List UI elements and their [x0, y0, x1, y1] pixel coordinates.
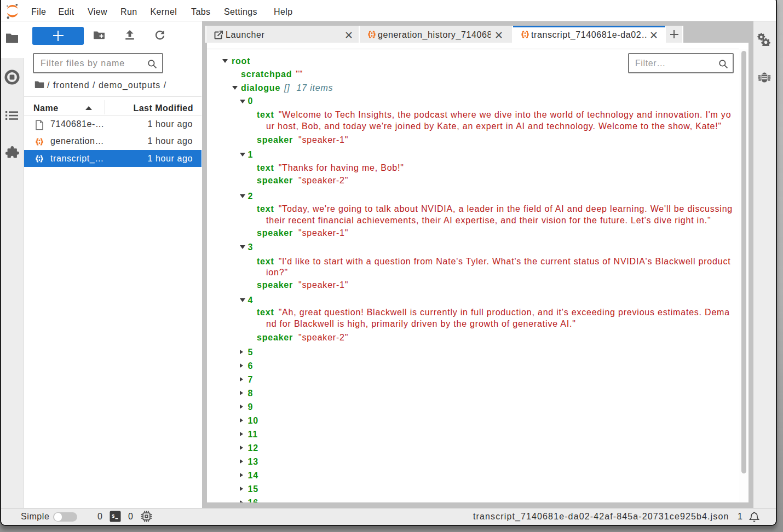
svg-text:$: $	[112, 514, 115, 519]
